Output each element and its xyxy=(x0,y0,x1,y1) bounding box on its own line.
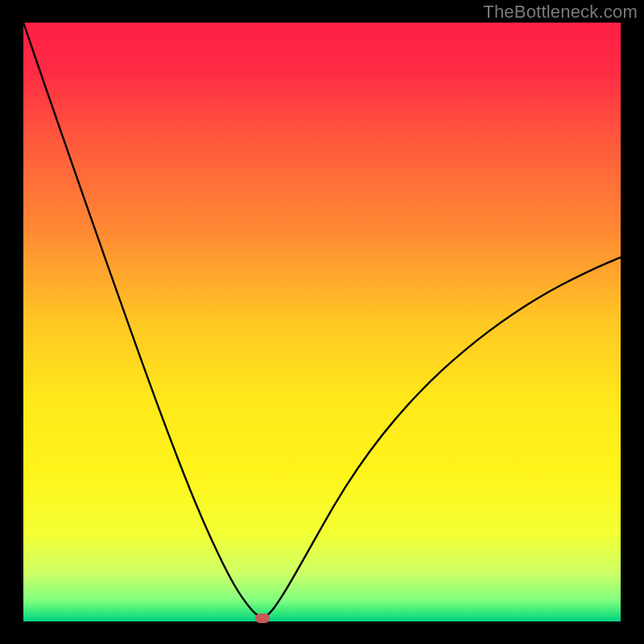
chart-frame: TheBottleneck.com xyxy=(0,0,644,644)
optimal-point-marker xyxy=(255,613,270,623)
chart-background xyxy=(23,23,621,621)
watermark-text: TheBottleneck.com xyxy=(483,2,638,23)
chart-plot-area xyxy=(23,23,621,621)
chart-svg xyxy=(23,23,621,621)
